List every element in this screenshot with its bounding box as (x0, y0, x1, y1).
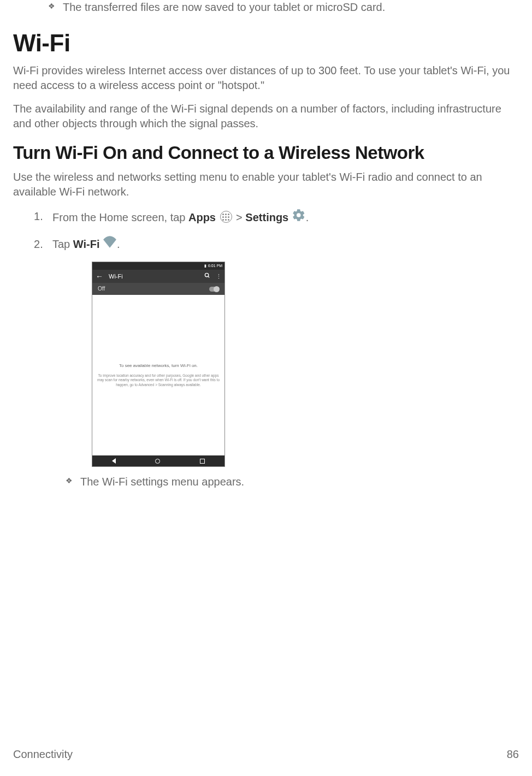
hint-text-1: To see available networks, turn Wi-Fi on… (119, 363, 198, 369)
paragraph-2: The availability and range of the Wi-Fi … (13, 102, 519, 131)
paragraph-1: Wi-Fi provides wireless Internet access … (13, 63, 519, 93)
step2-bullet: ❖ The Wi-Fi settings menu appears. (66, 475, 519, 489)
paragraph-3: Use the wireless and networks setting me… (13, 170, 519, 199)
step1-gt: > (233, 211, 246, 223)
appbar-title: Wi-Fi (109, 273, 204, 281)
back-arrow-icon: ← (96, 271, 103, 282)
nav-bar (92, 455, 224, 466)
wifi-icon (103, 236, 117, 252)
settings-gear-icon (292, 208, 306, 226)
footer-page-number: 86 (507, 747, 519, 762)
step1-settings: Settings (245, 211, 288, 223)
wifi-toggle-row: Off (92, 283, 224, 295)
status-battery-icon: ▮ (204, 263, 206, 268)
toggle-label: Off (98, 285, 209, 293)
top-bullet-text: The transferred files are now saved to y… (63, 0, 385, 15)
nav-back-icon (112, 458, 116, 464)
diamond-bullet-icon: ❖ (66, 475, 73, 487)
step2-wifi: Wi-Fi (73, 238, 100, 250)
step2-pre: Tap (52, 238, 73, 250)
step1-apps: Apps (188, 211, 216, 223)
nav-recent-icon (200, 459, 205, 464)
more-vert-icon: ⋮ (216, 273, 221, 281)
wifi-screen-body: To see available networks, turn Wi-Fi on… (92, 295, 224, 455)
svg-line-1 (208, 276, 209, 277)
nav-home-icon (155, 459, 160, 464)
status-bar: ▮ 6:01 PM (92, 262, 224, 270)
footer-section: Connectivity (13, 747, 73, 762)
search-icon (204, 273, 210, 281)
step1-pre: From the Home screen, tap (52, 211, 188, 223)
page-footer: Connectivity 86 (13, 747, 519, 762)
heading-turn-on: Turn Wi-Fi On and Connect to a Wireless … (13, 141, 519, 165)
step-2: Tap Wi-Fi . ▮ 6:01 PM ← Wi-Fi ⋮ Off (37, 237, 519, 489)
top-bullet: ❖ The transferred files are now saved to… (48, 0, 519, 15)
step2-bullet-text: The Wi-Fi settings menu appears. (80, 475, 244, 489)
toggle-switch-icon (209, 287, 219, 292)
step-1: From the Home screen, tap Apps > Setting… (37, 209, 519, 227)
diamond-bullet-icon: ❖ (48, 0, 55, 12)
wifi-settings-screenshot: ▮ 6:01 PM ← Wi-Fi ⋮ Off To see available… (92, 262, 225, 467)
hint-text-2: To improve location accuracy and for oth… (97, 374, 220, 387)
svg-point-0 (205, 273, 208, 276)
apps-icon (220, 211, 232, 223)
heading-wifi: Wi-Fi (13, 27, 519, 59)
app-bar: ← Wi-Fi ⋮ (92, 270, 224, 283)
status-time: 6:01 PM (208, 263, 222, 268)
